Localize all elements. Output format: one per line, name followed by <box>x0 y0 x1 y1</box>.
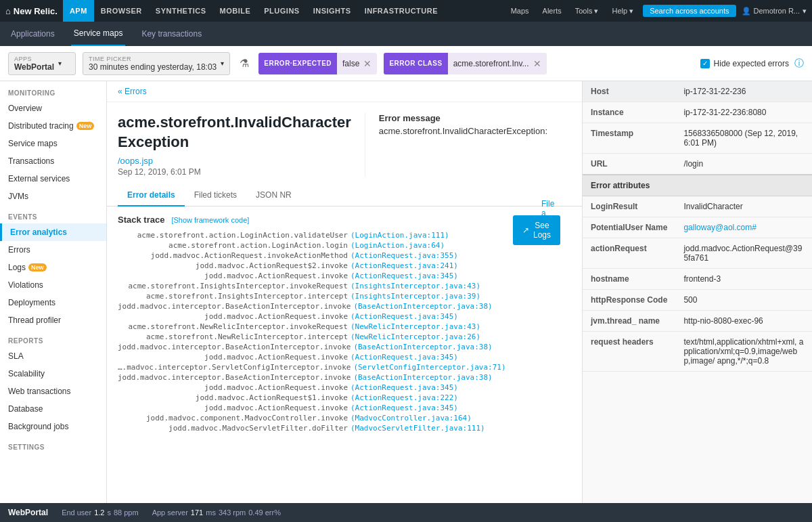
hide-expected-label[interactable]: ✓ Hide expected errors <box>700 59 789 68</box>
tools-link[interactable]: Tools ▾ <box>571 7 603 16</box>
sidebar-item-service-maps[interactable]: Service maps <box>0 135 106 152</box>
attr-value: text/html,application/xhtml+xml, applica… <box>675 332 812 372</box>
alerts-link[interactable]: Alerts <box>539 7 566 15</box>
sidebar-item-violations[interactable]: Violations <box>0 276 106 294</box>
maps-link[interactable]: Maps <box>507 7 533 15</box>
breadcrumb[interactable]: « Errors <box>107 81 582 102</box>
stack-location[interactable]: (ActionRequest.java:345) <box>351 404 458 412</box>
stack-method: acme.storefront.NewRelicInterceptor.invo… <box>118 322 348 331</box>
attributes-table: Host ip-172-31-22-236 Instance ip-172-31… <box>583 81 812 372</box>
filter-chip-class-close[interactable]: ✕ <box>533 58 541 69</box>
see-logs-button[interactable]: ↗ See Logs <box>513 215 560 245</box>
sidebar-item-thread-profiler[interactable]: Thread profiler <box>0 311 106 329</box>
right-panel-error-attr-row: jvm.thread_ name http-nio-8080-exec-96 <box>583 311 812 332</box>
stack-location[interactable]: (ActionRequest.java:345) <box>351 353 458 362</box>
stack-method: jodd.madvoc.ActionRequest$1.invoke <box>118 393 348 402</box>
external-link-icon: ↗ <box>522 225 529 235</box>
time-picker[interactable]: TIME PICKER 30 minutes ending yesterday,… <box>83 52 230 75</box>
home-icon[interactable]: ⌂ <box>5 6 11 16</box>
stack-location[interactable]: (ActionRequest.java:241) <box>351 261 458 270</box>
stack-location[interactable]: (NewRelicInterceptor.java:43) <box>351 322 480 331</box>
right-panel-row: Instance ip-172-31-22-236:8080 <box>583 102 812 123</box>
stack-trace-row: acme.storefront.NewRelicInterceptor.invo… <box>118 322 571 332</box>
stack-location[interactable]: (MadvocController.java:164) <box>351 414 472 422</box>
right-panel-row: Host ip-172-31-22-236 <box>583 81 812 102</box>
tab-json-nr[interactable]: JSON NR <box>246 185 301 206</box>
hide-expected-checkbox[interactable]: ✓ <box>700 59 710 68</box>
tab-filed-tickets[interactable]: Filed tickets <box>185 185 246 206</box>
sidebar-item-jvms[interactable]: JVMs <box>0 188 106 205</box>
error-message-title: Error message <box>379 113 571 123</box>
top-nav-tab-infrastructure[interactable]: INFRASTRUCTURE <box>358 0 445 22</box>
stack-location[interactable]: (BaseActionInterceptor.java:38) <box>353 302 492 311</box>
help-link[interactable]: Help ▾ <box>608 7 637 16</box>
stack-trace-row: jodd.madvoc.ActionRequest.invoke (Action… <box>118 311 571 322</box>
error-url[interactable]: /oops.jsp <box>118 156 351 166</box>
stack-location[interactable]: (LoginAction.java:64) <box>351 241 445 250</box>
stack-location[interactable]: (ActionRequest.java:345) <box>351 312 458 321</box>
sidebar-item-scalability[interactable]: Scalability <box>0 365 106 383</box>
stack-location[interactable]: (ActionRequest.java:345) <box>351 383 458 392</box>
secondary-nav-applications[interactable]: Applications <box>8 22 58 46</box>
secondary-navigation: Applications Service maps Key transactio… <box>0 22 812 46</box>
sidebar-item-background-jobs[interactable]: Background jobs <box>0 418 106 435</box>
app-server-ms-unit: ms <box>206 508 216 517</box>
attr-value[interactable]: galloway@aol.com# <box>675 217 812 238</box>
info-icon[interactable]: ⓘ <box>794 58 804 70</box>
stack-location[interactable]: (NewRelicInterceptor.java:26) <box>351 332 480 341</box>
attr-key: hostname <box>583 269 675 290</box>
stack-location[interactable]: (ServletConfigInterceptor.java:71) <box>353 363 505 372</box>
sidebar-item-web-transactions[interactable]: Web transactions <box>0 383 106 400</box>
stack-location[interactable]: (LoginAction.java:111) <box>351 231 449 240</box>
stack-location[interactable]: (InsightsInterceptor.java:43) <box>351 282 480 290</box>
stack-trace-row: ….madvoc.interceptor.ServletConfigInterc… <box>118 362 571 372</box>
stack-method: acme.storefront.action.LoginAction.valid… <box>118 231 348 240</box>
top-nav-tab-apm[interactable]: APM <box>63 0 94 22</box>
secondary-nav-service-maps[interactable]: Service maps <box>71 22 126 46</box>
sidebar-item-errors[interactable]: Errors <box>0 241 106 259</box>
error-date: Sep 12, 2019, 6:01 PM <box>118 167 351 177</box>
stack-method: acme.storefront.NewRelicInterceptor.inte… <box>118 332 348 341</box>
sidebar-item-database[interactable]: Database <box>0 400 106 418</box>
app-picker-chevron: ▾ <box>58 60 62 67</box>
top-nav-tab-plugins[interactable]: PLUGINS <box>257 0 306 22</box>
sidebar-item-external-services[interactable]: External services <box>0 170 106 188</box>
top-nav-tab-insights[interactable]: INSIGHTS <box>307 0 358 22</box>
sidebar-item-error-analytics[interactable]: Error analytics <box>0 223 106 241</box>
sidebar-item-deployments[interactable]: Deployments <box>0 294 106 311</box>
settings-section-title: SETTINGS <box>0 435 106 454</box>
stack-trace-row: jodd.madvoc.ActionRequest$2.invoke (Acti… <box>118 261 571 271</box>
apps-value: WebPortal <box>14 62 54 72</box>
stack-method: jodd.madvoc.ActionRequest$2.invoke <box>118 261 348 270</box>
status-app-server: App server 171 ms 343 rpm 0.49 err% <box>152 508 281 517</box>
stack-location[interactable]: (MadvocServletFilter.java:111) <box>351 424 485 433</box>
stack-location[interactable]: (ActionRequest.java:222) <box>351 393 458 402</box>
top-nav-tab-synthetics[interactable]: SYNTHETICS <box>149 0 213 22</box>
secondary-nav-key-transactions[interactable]: Key transactions <box>139 22 204 46</box>
stack-location[interactable]: (BaseActionInterceptor.java:38) <box>353 373 492 382</box>
sidebar-item-distributed-tracing[interactable]: Distributed tracing New <box>0 117 106 135</box>
stack-location[interactable]: (InsightsInterceptor.java:39) <box>351 292 480 301</box>
sidebar-item-overview[interactable]: Overview <box>0 100 106 117</box>
top-nav-tab-mobile[interactable]: MOBILE <box>212 0 257 22</box>
stack-location[interactable]: (ActionRequest.java:355) <box>351 251 458 260</box>
end-user-rpm: 88 ppm <box>114 508 139 517</box>
app-picker[interactable]: APPS WebPortal ▾ <box>8 52 76 75</box>
show-framework-link[interactable]: [Show framework code] <box>171 216 249 224</box>
tab-error-details[interactable]: Error details <box>118 185 185 206</box>
attr-value: http-nio-8080-exec-96 <box>675 311 812 332</box>
filter-chip-class: ERROR CLASS acme.storefront.Inv... ✕ <box>384 53 546 74</box>
filter-icon[interactable]: ⚗ <box>240 57 249 70</box>
filter-chip-expected-close[interactable]: ✕ <box>363 58 371 69</box>
sidebar-item-sla[interactable]: SLA <box>0 347 106 365</box>
sidebar-item-logs[interactable]: Logs New <box>0 259 106 276</box>
top-nav-tabs: APM BROWSER SYNTHETICS MOBILE PLUGINS IN… <box>63 0 445 22</box>
stack-location[interactable]: (BaseActionInterceptor.java:38) <box>353 343 492 351</box>
sidebar-item-transactions[interactable]: Transactions <box>0 152 106 170</box>
search-across-accounts-button[interactable]: Search across accounts <box>643 5 736 17</box>
top-nav-tab-browser[interactable]: BROWSER <box>94 0 149 22</box>
stack-location[interactable]: (ActionRequest.java:345) <box>351 271 458 280</box>
user-menu[interactable]: 👤 Demotron R... ▾ <box>742 7 807 16</box>
stack-method: jodd.madvoc.ActionRequest.invoke <box>118 312 348 321</box>
brand-name: New Relic. <box>14 6 58 16</box>
